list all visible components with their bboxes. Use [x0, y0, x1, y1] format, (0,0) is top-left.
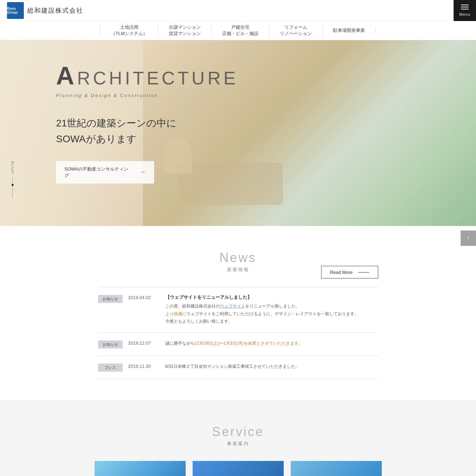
service-card-house[interactable]: [291, 461, 382, 476]
company-name: 総和建設株式会社: [27, 6, 83, 15]
news-item: お知らせ 2019.04.02 【ウェブサイトをリニューアルしました】 この度、…: [98, 287, 378, 333]
hero-heading: 21世紀の建築シーンの中に SOWAがあります: [56, 116, 239, 147]
news-list: お知らせ 2019.04.02 【ウェブサイトをリニューアルしました】 この度、…: [98, 287, 378, 379]
news-tag: お知らせ: [98, 295, 123, 303]
main-nav: 土地活用（TLMシステム） 分譲マンション賃貸マンション 戸建住宅店舗・ビル・施…: [0, 21, 476, 40]
right-arrow-icon: →: [139, 168, 146, 176]
nav-list: 土地活用（TLMシステム） 分譲マンション賃貸マンション 戸建住宅店舗・ビル・施…: [100, 24, 376, 37]
news-section: News 新着情報 Read More —— お知らせ 2019.04.02 【…: [0, 226, 476, 400]
news-container: Read More —— お知らせ 2019.04.02 【ウェブサイトをリニュ…: [98, 287, 378, 379]
read-more-label: Read More: [330, 270, 352, 275]
scroll-dot: [12, 184, 14, 186]
news-title-text: 【ウェブサイトをリニューアルしました】: [165, 294, 378, 301]
news-text-orange: より快適に: [165, 311, 186, 316]
nav-item-parking[interactable]: 駐車場開発事業: [323, 27, 376, 34]
service-cards: [81, 461, 396, 476]
menu-label: Menu: [459, 12, 470, 16]
scroll-up-button[interactable]: ↑: [461, 230, 476, 246]
news-text-continue: ウェブサイトをご利用していただけるように、デザイン・レイアウトを一新しております…: [186, 311, 359, 316]
news-content: 【ウェブサイトをリニューアルしました】 この度、総和建設株式会社のウェブサイトを…: [165, 294, 378, 325]
news-tag: プレス: [98, 364, 123, 372]
news-content: 誠に勝手ながら12月29日(土)〜1月3日(木)を休業とさせていただきます。: [165, 340, 378, 347]
news-item: お知らせ 2018.12.07 誠に勝手ながら12月29日(土)〜1月3日(木)…: [98, 333, 378, 356]
news-text-orange: 12月29日(土)〜1月3日(木)を休業とさせていただきます。: [195, 341, 303, 346]
menu-button[interactable]: Menu: [454, 0, 476, 21]
up-arrow-icon: ↑: [467, 234, 470, 242]
hero-architecture-title: ARCHITECTURE: [56, 61, 239, 90]
hero-subtitle: Planning & Design & Construction: [56, 93, 239, 98]
service-title-ja: 事業案内: [0, 441, 476, 447]
news-item: プレス 2018.11.30 8/31日本橋２丁目金怡マンション新築工事竣工させ…: [98, 356, 378, 379]
hero-section: ARCHITECTURE Planning & Design & Constru…: [0, 40, 476, 226]
service-title-en: Service: [0, 425, 476, 439]
header: Ryou Group 総和建設株式会社 Menu: [0, 0, 476, 21]
hero-cta-text: SOWAの不動産コンサルティング: [64, 166, 129, 179]
service-card-image-city: [95, 461, 186, 476]
nav-item-land[interactable]: 土地活用（TLMシステム）: [100, 24, 158, 37]
news-link[interactable]: ウェブサイト: [220, 304, 245, 309]
nav-item-mansion[interactable]: 分譲マンション賃貸マンション: [158, 24, 212, 37]
news-header: News 新着情報: [0, 250, 476, 273]
logo: Ryou Group 総和建設株式会社: [7, 2, 83, 19]
news-title-en: News: [0, 250, 476, 265]
news-date: 2018.12.07: [128, 340, 160, 346]
read-more-arrow-icon: ——: [358, 269, 370, 275]
nav-item-reform[interactable]: リフォームリノベーション: [269, 24, 323, 37]
news-date: 2019.04.02: [128, 295, 160, 300]
service-section: Service 事業案内: [0, 400, 476, 476]
news-text-end: 今後ともよろしくお願い致します。: [165, 319, 233, 324]
news-title-ja: 新着情報: [0, 267, 476, 273]
service-card-city[interactable]: [95, 461, 186, 476]
service-card-image-building: [193, 461, 284, 476]
logo-icon: Ryou Group: [7, 2, 24, 19]
hamburger-icon: [461, 5, 469, 9]
news-tag: お知らせ: [98, 340, 123, 349]
nav-item-house[interactable]: 戸建住宅店舗・ビル・施設: [212, 24, 269, 37]
news-body: 8/31日本橋２丁目金怡マンション新築工事竣工させていただきました。: [165, 363, 378, 371]
hero-big-a: A: [56, 62, 77, 90]
service-card-image-house: [291, 461, 382, 476]
hero-cta-button[interactable]: SOWAの不動産コンサルティング →: [56, 161, 154, 184]
news-content: 8/31日本橋２丁目金怡マンション新築工事竣工させていただきました。: [165, 363, 378, 371]
hero-content: ARCHITECTURE Planning & Design & Constru…: [0, 40, 239, 184]
read-more-button[interactable]: Read More ——: [321, 266, 378, 278]
news-body: 誠に勝手ながら12月29日(土)〜1月3日(木)を休業とさせていただきます。: [165, 340, 378, 347]
service-card-building[interactable]: [193, 461, 284, 476]
news-date: 2018.11.30: [128, 364, 160, 369]
news-body: この度、総和建設株式会社のウェブサイトをリニューアル致しました。 より快適にウェ…: [165, 303, 378, 325]
service-header: Service 事業案内: [0, 425, 476, 447]
